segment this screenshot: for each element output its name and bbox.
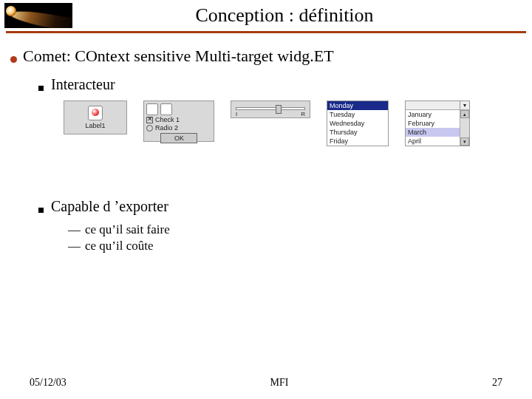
list-item: Thursday bbox=[327, 128, 388, 137]
checkbox-widget: Check 1 Radio 2 OK bbox=[143, 100, 214, 142]
list-item: Tuesday bbox=[327, 110, 388, 119]
lvl2-text: Interacteur bbox=[51, 76, 115, 93]
slider-widget: I R bbox=[231, 100, 310, 118]
square-bullet-icon bbox=[38, 208, 44, 213]
bullet-level3: — ce qu’il sait faire bbox=[68, 222, 522, 237]
radio-icon bbox=[146, 125, 153, 132]
bullet-level3: — ce qu’il coûte bbox=[68, 239, 522, 253]
bullet-level2-capable: Capable d ’exporter bbox=[38, 198, 522, 215]
scrollbar: ▴ ▾ bbox=[460, 110, 469, 146]
list-item: Friday bbox=[327, 137, 388, 146]
bullet-level2-interacteur: Interacteur bbox=[38, 76, 522, 93]
check-label: Check 1 bbox=[155, 116, 180, 123]
bullet-icon bbox=[10, 56, 17, 63]
label-caption: Label1 bbox=[85, 122, 105, 129]
lvl1-text: Comet: COntext sensitive Multi-target wi… bbox=[23, 47, 334, 66]
radio-label: Radio 2 bbox=[155, 124, 178, 132]
label-widget: Label1 bbox=[64, 100, 127, 134]
dash-bullet-icon: — bbox=[68, 222, 81, 237]
months-dropdown-widget: ▾ January February March April ▴ ▾ bbox=[405, 100, 470, 146]
days-list-widget: Monday Tuesday Wednesday Thursday Friday bbox=[327, 100, 389, 146]
comet-logo bbox=[4, 3, 72, 28]
java-cup-icon bbox=[88, 106, 103, 120]
java-cup-icon bbox=[146, 103, 158, 115]
bullet-level1: Comet: COntext sensitive Multi-target wi… bbox=[10, 47, 522, 66]
widget-gallery: Label1 Check 1 Radio 2 OK I R Monday Tue… bbox=[64, 100, 522, 146]
slider-right-label: R bbox=[301, 111, 305, 117]
ok-button: OK bbox=[160, 133, 197, 143]
content: Comet: COntext sensitive Multi-target wi… bbox=[0, 33, 532, 253]
footer-center: MFI bbox=[270, 377, 288, 389]
list-item: Wednesday bbox=[327, 119, 388, 128]
chevron-down-icon: ▾ bbox=[460, 101, 469, 109]
list-item: Monday bbox=[327, 101, 388, 110]
slider-track bbox=[236, 107, 305, 110]
slider-thumb bbox=[276, 105, 282, 114]
slide-title: Conception : définition bbox=[72, 4, 526, 27]
lvl3-text: ce qu’il sait faire bbox=[85, 222, 170, 237]
lvl2-text: Capable d ’exporter bbox=[51, 198, 168, 215]
dash-bullet-icon: — bbox=[68, 239, 81, 253]
square-bullet-icon bbox=[38, 86, 44, 91]
checkbox-icon bbox=[146, 117, 153, 123]
scroll-up-icon: ▴ bbox=[460, 110, 469, 118]
dropdown-header: ▾ bbox=[406, 101, 469, 110]
lvl3-text: ce qu’il coûte bbox=[85, 239, 154, 253]
scroll-down-icon: ▾ bbox=[460, 137, 469, 146]
slider-left-label: I bbox=[236, 111, 237, 117]
java-cup-icon bbox=[160, 103, 172, 115]
footer: 05/12/03 MFI 27 bbox=[0, 377, 532, 389]
footer-page: 27 bbox=[492, 377, 502, 389]
footer-date: 05/12/03 bbox=[30, 377, 66, 389]
header: Conception : définition bbox=[0, 0, 532, 28]
